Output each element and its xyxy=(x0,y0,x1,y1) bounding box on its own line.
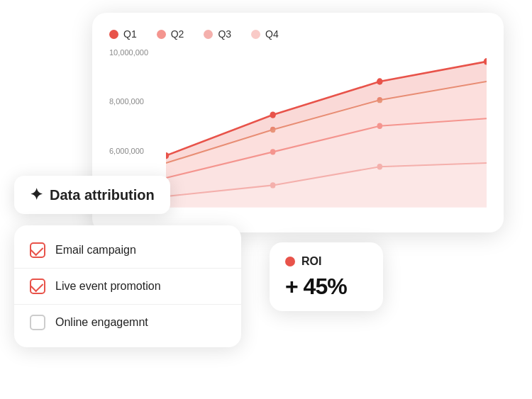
checklist-card: Email campaignLive event promotionOnline… xyxy=(14,225,241,347)
checkbox-checked[interactable] xyxy=(30,242,45,258)
checklist-item-label: Online engagemnt xyxy=(55,316,148,329)
roi-value: + 45% xyxy=(285,274,367,300)
checkbox-unchecked[interactable] xyxy=(30,315,45,330)
y-label: 6,000,000 xyxy=(109,147,148,155)
sparkle-icon: ✦ xyxy=(30,186,43,204)
checkbox-checked[interactable] xyxy=(30,279,45,294)
chart-svg xyxy=(166,48,487,211)
roi-dot xyxy=(285,257,295,266)
data-attribution-label: Data attribution xyxy=(50,187,155,203)
legend-label-q4: Q4 xyxy=(265,28,279,40)
legend-item-q1: Q1 xyxy=(109,28,137,40)
checklist-item[interactable]: Live event promotion xyxy=(14,269,241,305)
legend-dot-q4 xyxy=(251,30,260,39)
legend-dot-q1 xyxy=(109,30,118,39)
legend-dot-q3 xyxy=(204,30,213,39)
roi-card: ROI + 45% xyxy=(270,242,383,311)
y-label: 10,000,000 xyxy=(109,48,148,57)
roi-label: ROI xyxy=(301,255,321,268)
checklist-item-label: Email campaign xyxy=(55,244,136,257)
checklist-item[interactable]: Email campaign xyxy=(14,232,241,269)
scene: Q1Q2Q3Q4 10,000,0008,000,0006,000,0004,0… xyxy=(0,0,532,399)
checklist-item[interactable]: Online engagemnt xyxy=(14,305,241,340)
legend-label-q3: Q3 xyxy=(218,28,231,40)
legend-item-q4: Q4 xyxy=(251,28,279,40)
roi-header: ROI xyxy=(285,255,367,268)
svg-point-11 xyxy=(270,111,275,118)
legend-item-q2: Q2 xyxy=(157,28,184,40)
legend-item-q3: Q3 xyxy=(204,28,231,40)
legend-dot-q2 xyxy=(157,30,166,39)
data-attribution-card: ✦ Data attribution xyxy=(14,176,170,214)
chart-legend: Q1Q2Q3Q4 xyxy=(109,28,487,40)
svg-point-12 xyxy=(377,78,382,84)
y-label: 8,000,000 xyxy=(109,97,148,106)
checklist-item-label: Live event promotion xyxy=(55,280,161,293)
legend-label-q1: Q1 xyxy=(123,28,137,40)
legend-label-q2: Q2 xyxy=(171,28,184,40)
